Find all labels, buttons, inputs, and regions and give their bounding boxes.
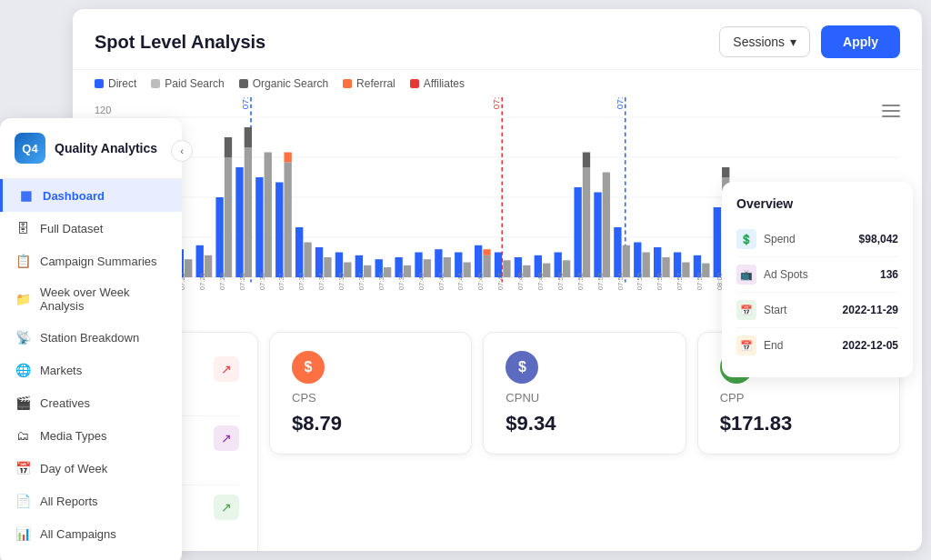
end-icon: 📅 bbox=[736, 335, 756, 355]
svg-text:07:37: 07:37 bbox=[357, 273, 365, 290]
svg-rect-78 bbox=[714, 207, 721, 277]
svg-text:07:26: 07:26 bbox=[198, 273, 206, 290]
logo-icon: Q4 bbox=[15, 133, 45, 164]
sidebar-item-all-campaigns[interactable]: 📊 All Campaigns bbox=[0, 517, 182, 550]
svg-text:07:47: 07:47 bbox=[496, 273, 505, 290]
svg-rect-23 bbox=[215, 197, 223, 277]
svg-text:07:44: 07:44 bbox=[457, 273, 466, 290]
svg-text:07:42: 07:42 bbox=[437, 273, 445, 290]
legend-dot-direct bbox=[95, 79, 104, 88]
svg-rect-67 bbox=[603, 173, 610, 278]
cps-icon: $ bbox=[292, 351, 325, 384]
sidebar-item-week-over-week[interactable]: 📁 Week over Week Analysis bbox=[0, 277, 182, 321]
svg-text:07:52: 07:52 bbox=[576, 273, 585, 290]
svg-text:07:39: 07:39 bbox=[397, 273, 405, 290]
sidebar-item-day-of-week[interactable]: 📅 Day of Week bbox=[0, 452, 182, 485]
sidebar-item-markets[interactable]: 🌐 Markets bbox=[0, 354, 182, 386]
overview-row-spend: 💲 Spend $98,042 bbox=[736, 222, 898, 257]
page-title: Spot Level Analysis bbox=[95, 32, 265, 53]
svg-rect-28 bbox=[245, 127, 252, 147]
sidebar-collapse-button[interactable]: ‹ bbox=[171, 140, 193, 162]
legend-dot-referral bbox=[343, 79, 352, 88]
sidebar-logo: Q4 Quality Analytics ‹ bbox=[0, 133, 182, 179]
sidebar-item-campaign-summaries[interactable]: 📋 Campaign Summaries bbox=[0, 245, 182, 277]
start-icon: 📅 bbox=[736, 300, 756, 320]
cpnu-card: $ CPNU $9.34 bbox=[483, 332, 686, 455]
creatives-icon: 🎬 bbox=[15, 395, 31, 411]
svg-rect-65 bbox=[583, 153, 590, 168]
full-dataset-icon: 🗄 bbox=[15, 220, 31, 236]
chart-legend: Direct Paid Search Organic Search Referr… bbox=[73, 70, 922, 97]
legend-paid-search: Paid Search bbox=[151, 77, 224, 90]
svg-rect-31 bbox=[275, 183, 283, 278]
svg-rect-26 bbox=[235, 167, 243, 277]
svg-text:07:34: 07:34 bbox=[317, 273, 325, 290]
svg-rect-80 bbox=[722, 167, 729, 177]
sidebar-item-full-dataset[interactable]: 🗄 Full Dataset bbox=[0, 212, 182, 245]
dashboard-icon: ▦ bbox=[17, 187, 34, 204]
sidebar-item-creatives[interactable]: 🎬 Creatives bbox=[0, 386, 182, 419]
apply-button[interactable]: Apply bbox=[821, 25, 900, 58]
new-users-icon: ↗ bbox=[214, 425, 239, 451]
svg-text:07:48: 07:48 bbox=[516, 273, 525, 290]
svg-rect-34 bbox=[295, 227, 303, 277]
legend-referral: Referral bbox=[343, 77, 395, 90]
overview-title: Overview bbox=[736, 196, 898, 211]
svg-text:07:54: 07:54 bbox=[615, 97, 625, 109]
sidebar: Q4 Quality Analytics ‹ ▦ Dashboard 🗄 Ful… bbox=[0, 118, 182, 560]
sidebar-item-media-types[interactable]: 🗂 Media Types bbox=[0, 419, 182, 452]
svg-rect-25 bbox=[225, 137, 232, 157]
svg-text:07:56: 07:56 bbox=[656, 273, 665, 290]
legend-affiliates: Affiliates bbox=[410, 77, 465, 90]
svg-rect-66 bbox=[594, 193, 601, 278]
svg-text:07:29: 07:29 bbox=[238, 273, 246, 290]
sessions-icon: ↗ bbox=[214, 356, 239, 382]
overview-card: Overview 💲 Spend $98,042 📺 Ad Spots 136 … bbox=[722, 182, 913, 377]
media-types-icon: 🗂 bbox=[15, 427, 31, 444]
svg-rect-33 bbox=[284, 153, 291, 163]
y-axis-label: 120 bbox=[95, 105, 111, 115]
all-campaigns-icon: 📊 bbox=[15, 525, 31, 542]
cps-card: $ CPS $8.79 bbox=[269, 332, 472, 455]
legend-organic: Organic Search bbox=[239, 77, 328, 90]
week-over-week-icon: 📁 bbox=[15, 291, 31, 307]
svg-text:07:45: 07:45 bbox=[477, 273, 486, 290]
purchases-icon: ↗ bbox=[214, 495, 239, 520]
svg-rect-27 bbox=[245, 147, 252, 277]
svg-rect-32 bbox=[284, 163, 291, 278]
spend-icon: 💲 bbox=[736, 229, 756, 249]
logo-text: Quality Analytics bbox=[55, 141, 157, 155]
legend-dot-paid bbox=[151, 79, 160, 88]
markets-icon: 🌐 bbox=[15, 362, 31, 378]
svg-text:07:55: 07:55 bbox=[636, 273, 645, 290]
overview-row-end: 📅 End 2022-12-05 bbox=[736, 328, 898, 363]
svg-text:07:35: 07:35 bbox=[337, 273, 345, 290]
svg-text:07:47: 07:47 bbox=[491, 97, 501, 109]
svg-text:07:33: 07:33 bbox=[298, 273, 306, 290]
svg-text:07:58: 07:58 bbox=[696, 273, 704, 290]
overview-row-start: 📅 Start 2022-11-29 bbox=[736, 293, 898, 328]
legend-dot-affiliates bbox=[410, 79, 419, 88]
svg-text:07:50: 07:50 bbox=[556, 273, 565, 290]
ad-spots-icon: 📺 bbox=[736, 265, 756, 285]
sessions-dropdown[interactable]: Sessions ▾ bbox=[719, 26, 810, 57]
header-controls: Sessions ▾ Apply bbox=[719, 25, 900, 58]
overview-row-adspots: 📺 Ad Spots 136 bbox=[736, 257, 898, 293]
chart-menu-icon[interactable] bbox=[882, 105, 900, 117]
page-header: Spot Level Analysis Sessions ▾ Apply bbox=[73, 9, 922, 70]
svg-rect-64 bbox=[583, 167, 590, 277]
all-reports-icon: 📄 bbox=[15, 493, 31, 509]
campaign-summaries-icon: 📋 bbox=[15, 253, 31, 269]
svg-text:07:28: 07:28 bbox=[240, 97, 250, 109]
legend-dot-organic bbox=[239, 79, 248, 88]
day-of-week-icon: 📅 bbox=[15, 460, 31, 476]
legend-direct: Direct bbox=[95, 77, 136, 90]
svg-text:07:40: 07:40 bbox=[417, 273, 425, 290]
sidebar-item-dashboard[interactable]: ▦ Dashboard bbox=[0, 179, 182, 212]
chevron-down-icon: ▾ bbox=[790, 35, 796, 49]
svg-text:07:28: 07:28 bbox=[218, 273, 226, 290]
cpnu-icon: $ bbox=[506, 351, 538, 384]
svg-rect-54 bbox=[483, 249, 490, 255]
sidebar-item-station-breakdown[interactable]: 📡 Station Breakdown bbox=[0, 321, 182, 354]
sidebar-item-all-reports[interactable]: 📄 All Reports bbox=[0, 485, 182, 517]
